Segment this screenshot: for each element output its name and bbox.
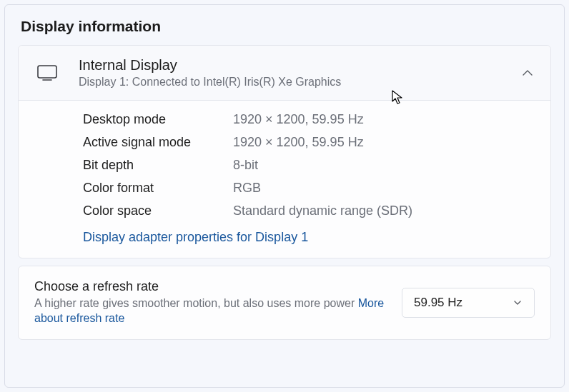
section-title: Display information [21,18,551,35]
row-label: Desktop mode [83,112,233,127]
row-label: Color format [83,181,233,196]
row-label: Active signal mode [83,135,233,150]
row-label: Bit depth [83,158,233,173]
refresh-rate-text: Choose a refresh rate A higher rate give… [34,279,387,326]
refresh-rate-subtitle: A higher rate gives smoother motion, but… [34,296,387,326]
row-value: 8-bit [233,158,258,173]
refresh-rate-sub-text: A higher rate gives smoother motion, but… [34,297,358,309]
row-value: 1920 × 1200, 59.95 Hz [233,112,364,127]
refresh-rate-card: Choose a refresh rate A higher rate give… [18,266,551,340]
row-desktop-mode: Desktop mode 1920 × 1200, 59.95 Hz [83,112,535,127]
adapter-properties-link[interactable]: Display adapter properties for Display 1 [83,230,308,244]
refresh-rate-title: Choose a refresh rate [34,279,387,294]
display-subtitle: Display 1: Connected to Intel(R) Iris(R)… [79,74,520,90]
chevron-up-icon [520,66,535,80]
monitor-icon [37,65,57,81]
svg-rect-0 [38,66,56,78]
row-value: Standard dynamic range (SDR) [233,203,412,218]
chevron-down-icon [513,298,523,308]
row-color-format: Color format RGB [83,181,535,196]
row-label: Color space [83,203,233,218]
row-active-signal-mode: Active signal mode 1920 × 1200, 59.95 Hz [83,135,535,150]
row-value: 1920 × 1200, 59.95 Hz [233,135,364,150]
display-card: Internal Display Display 1: Connected to… [18,45,551,258]
row-color-space: Color space Standard dynamic range (SDR) [83,203,535,218]
refresh-rate-select[interactable]: 59.95 Hz [402,288,535,318]
display-card-header[interactable]: Internal Display Display 1: Connected to… [19,46,550,101]
display-information-panel: Display information Internal Display Dis… [4,4,565,388]
display-title: Internal Display [79,56,520,74]
display-card-body: Desktop mode 1920 × 1200, 59.95 Hz Activ… [19,101,550,258]
row-value: RGB [233,181,261,196]
refresh-rate-value: 59.95 Hz [414,296,462,310]
row-bit-depth: Bit depth 8-bit [83,158,535,173]
display-header-text: Internal Display Display 1: Connected to… [79,56,520,90]
